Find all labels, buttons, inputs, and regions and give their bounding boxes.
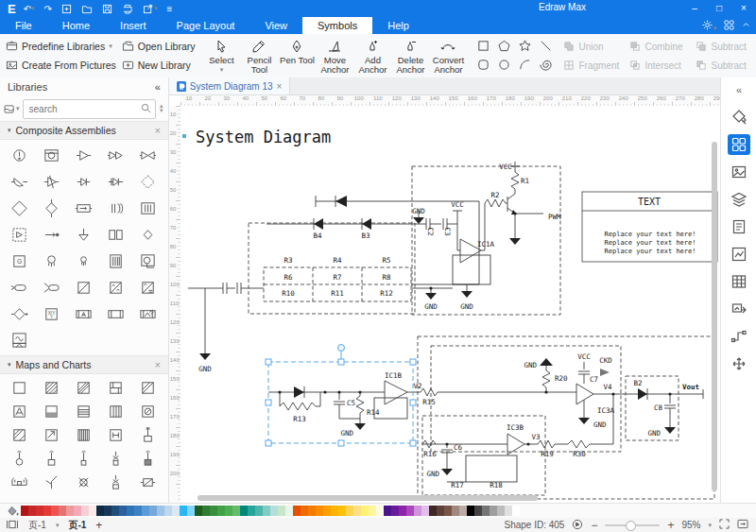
vertical-scrollbar[interactable] (712, 142, 717, 491)
library-symbol-pin-box[interactable] (38, 447, 66, 471)
library-symbol-hatch-square[interactable] (38, 376, 66, 400)
union-button[interactable]: Union (563, 37, 629, 56)
color-swatch[interactable] (119, 506, 127, 516)
clipart-panel-icon[interactable] (728, 299, 750, 319)
color-swatch[interactable] (384, 506, 391, 516)
color-swatch[interactable] (66, 506, 74, 516)
library-symbol-diag-line-box[interactable] (70, 274, 98, 300)
library-symbol-spark-amp[interactable] (38, 168, 66, 195)
library-symbol-arrow-box[interactable] (70, 195, 98, 221)
library-symbol-current-meter-box[interactable] (6, 327, 34, 353)
library-symbol-ground-triangle[interactable] (70, 221, 98, 248)
convert-anchor-button[interactable]: Convert Anchor (429, 36, 467, 76)
menu-home[interactable]: Home (47, 17, 105, 34)
library-symbol-bar-bottom-square[interactable] (38, 400, 66, 423)
color-swatch[interactable] (444, 506, 452, 516)
color-swatch[interactable] (308, 506, 316, 516)
color-swatch[interactable] (59, 506, 66, 516)
library-symbol-double-amp[interactable] (102, 142, 130, 168)
rounded-rectangle-shape-button[interactable] (477, 59, 490, 73)
color-swatch[interactable] (293, 506, 301, 516)
menu-view[interactable]: View (249, 17, 302, 34)
color-swatch[interactable] (187, 506, 195, 516)
section-close-icon[interactable]: × (155, 359, 161, 370)
library-symbol-sine-converter-box[interactable] (102, 274, 130, 300)
section-close-icon[interactable]: × (155, 125, 161, 136)
library-drawer-icon[interactable]: ▾ (4, 104, 20, 114)
library-symbol-fan-amp[interactable] (6, 168, 34, 195)
color-swatch[interactable] (331, 506, 338, 516)
color-swatch[interactable] (429, 506, 437, 516)
collapse-sidebar-icon[interactable]: « (155, 81, 161, 93)
color-swatch[interactable] (285, 506, 293, 516)
table-panel-icon[interactable] (728, 271, 750, 292)
color-swatch[interactable] (232, 506, 240, 516)
color-swatch[interactable] (195, 506, 202, 516)
library-symbol-bowtie-amp[interactable] (134, 142, 163, 168)
collapse-ribbon-icon[interactable] (742, 20, 750, 31)
fill-bucket-icon[interactable] (4, 506, 21, 517)
color-swatch[interactable] (353, 506, 361, 516)
library-symbol-capsule-plug[interactable] (6, 274, 34, 300)
library-symbol-column-square[interactable] (102, 400, 130, 423)
library-symbol-dot-arrow[interactable] (38, 221, 66, 248)
minimize-button[interactable]: – (682, 0, 707, 17)
library-symbol-diag-pole[interactable] (38, 471, 66, 494)
color-swatch[interactable] (399, 506, 406, 516)
presentation-play-icon[interactable] (572, 519, 583, 532)
library-symbol-pin-dark-box[interactable] (134, 447, 163, 471)
library-symbol-circle-hatch-square[interactable] (134, 400, 163, 423)
save-button[interactable] (102, 4, 112, 14)
menu-insert[interactable]: Insert (105, 17, 162, 34)
pages-dropdown-caret-icon[interactable]: ▾ (56, 522, 60, 529)
pencil-tool-button[interactable]: Pencil Tool (240, 36, 278, 76)
color-swatch[interactable] (459, 506, 467, 516)
drawing-canvas[interactable]: System DiagramGNDVCCC2C3IC1AGNDGNDVCCR1R… (180, 106, 720, 504)
color-swatch[interactable] (149, 506, 157, 516)
color-swatch[interactable] (74, 506, 81, 516)
image-panel-icon[interactable] (728, 162, 750, 182)
library-symbol-flag2-square[interactable] (102, 376, 130, 400)
intersect-button[interactable]: Intersect (629, 56, 696, 75)
library-symbol-h-bar-square[interactable] (102, 423, 130, 447)
format-panel-icon[interactable] (728, 107, 750, 128)
fullscreen-icon[interactable] (719, 519, 730, 531)
ellipse-shape-button[interactable] (498, 59, 510, 73)
library-symbol-meter-box[interactable] (38, 142, 66, 168)
symbol-library-panel-icon[interactable] (728, 134, 750, 155)
library-symbol-mushroom-probe[interactable] (38, 248, 66, 274)
library-symbol-dashed-diamond[interactable] (134, 168, 163, 195)
chart-panel-icon[interactable] (728, 244, 750, 265)
section-collapse-icon[interactable]: ▾ (8, 127, 11, 134)
color-swatch[interactable] (81, 506, 89, 516)
library-symbol-xy-box[interactable]: X/YY (38, 300, 66, 327)
library-symbol-diamond-pole[interactable] (38, 195, 66, 221)
library-section-header-2[interactable]: ▾Maps and Charts× (0, 355, 168, 374)
arc-shape-button[interactable] (519, 59, 531, 73)
more-quick-access-icon[interactable]: ≡ (166, 4, 172, 14)
color-swatch[interactable] (240, 506, 248, 516)
pentagon-shape-button[interactable] (498, 40, 510, 54)
spiral-shape-button[interactable] (540, 59, 552, 73)
color-swatch[interactable] (104, 506, 112, 516)
library-symbol-pole-circle[interactable] (6, 142, 34, 168)
library-symbol-stripe-square[interactable] (70, 400, 98, 423)
color-swatch[interactable] (270, 506, 278, 516)
color-swatch[interactable] (323, 506, 331, 516)
library-symbol-diode-anode[interactable] (70, 168, 98, 195)
open-file-button[interactable] (81, 4, 93, 14)
zoom-slider-knob[interactable] (626, 521, 636, 531)
undo-button[interactable]: ↶▾ (24, 4, 35, 14)
zoom-in-button[interactable]: + (667, 519, 674, 532)
library-symbol-arrow-square[interactable] (38, 423, 66, 447)
color-swatch[interactable] (505, 506, 512, 516)
color-swatch[interactable] (346, 506, 353, 516)
delete-anchor-button[interactable]: Delete Anchor (391, 36, 429, 76)
menu-page-layout[interactable]: Page Layout (162, 17, 250, 34)
zoom-slider[interactable] (605, 524, 660, 526)
library-symbol-fork-capsule[interactable] (38, 274, 66, 300)
zoom-level[interactable]: 95% (681, 520, 700, 530)
color-swatch[interactable] (248, 506, 255, 516)
search-icon[interactable] (141, 103, 151, 115)
color-swatch[interactable] (180, 506, 187, 516)
